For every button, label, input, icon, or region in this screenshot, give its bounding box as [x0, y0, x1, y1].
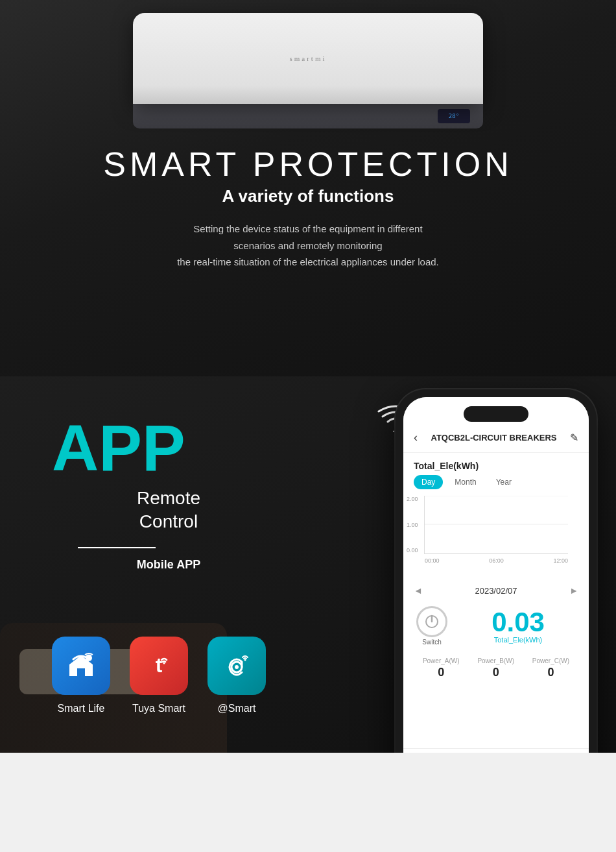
- energy-label: Total_Ele(kWh): [403, 453, 589, 475]
- remote-control-label: RemoteControl: [65, 487, 272, 534]
- ac-unit: smartmi 28°: [133, 13, 483, 127]
- left-wrapper: APP RemoteControl Mobile APP Sma: [0, 376, 272, 714]
- tab-year[interactable]: Year: [488, 475, 519, 489]
- y-label-2: 2.00: [407, 496, 418, 502]
- energy-unit-label: Total_Ele(kWh): [494, 636, 543, 644]
- power-c-value: 0: [547, 666, 554, 679]
- app-big-title: APP: [52, 415, 272, 480]
- dynamic-island: [464, 406, 528, 422]
- bottom-section: [0, 753, 616, 852]
- app-icons-row: Smart Life t Tuya Smart: [52, 637, 272, 714]
- chart-y-labels: 2.00 1.00 0.00: [407, 496, 418, 554]
- power-c-item: Power_C(W) 0: [532, 657, 569, 679]
- smart-life-label: Smart Life: [58, 703, 105, 714]
- chart-x-labels: 00:00 06:00 12:00: [425, 557, 568, 564]
- tab-day[interactable]: Day: [414, 475, 443, 489]
- edit-button[interactable]: ✎: [570, 432, 578, 444]
- power-b-label: Power_B(W): [477, 657, 514, 664]
- next-date-button[interactable]: ►: [569, 585, 578, 596]
- power-a-item: Power_A(W) 0: [423, 657, 460, 679]
- app-icon-item-tuya: t Tuya Smart: [130, 637, 188, 714]
- hero-text-block: SMART PROTECTION A variety of functions …: [71, 146, 545, 271]
- phone-content: Total_Ele(kWh) Day Month Year 2.00: [403, 453, 589, 748]
- app-icon-item-smart-life: Smart Life: [52, 637, 110, 714]
- x-label-12: 12:00: [553, 557, 568, 564]
- top-section: smartmi 28° SMART PROTECTION A variety o…: [0, 0, 616, 376]
- tuya-label: Tuya Smart: [132, 703, 185, 714]
- hero-title-sub: A variety of functions: [103, 186, 512, 206]
- power-a-value: 0: [438, 666, 444, 679]
- at-smart-icon[interactable]: [207, 637, 266, 695]
- phone-container: ‹ ATQCB2L-CIRCUIT BREAKERS ✎ Total_Ele(k…: [396, 389, 597, 753]
- switch-energy-row: Switch 0.03 Total_Ele(kWh): [403, 601, 589, 651]
- tab-month[interactable]: Month: [447, 475, 484, 489]
- phone-screen: ‹ ATQCB2L-CIRCUIT BREAKERS ✎ Total_Ele(k…: [403, 397, 589, 753]
- y-label-1: 1.00: [407, 522, 418, 528]
- svg-point-2: [163, 662, 165, 664]
- left-content: APP RemoteControl Mobile APP: [0, 376, 272, 598]
- power-c-label: Power_C(W): [532, 657, 569, 664]
- phone-app: ‹ ATQCB2L-CIRCUIT BREAKERS ✎ Total_Ele(k…: [403, 397, 589, 753]
- tab-row: Day Month Year: [403, 475, 589, 496]
- phone-bottom-nav: Home Time Setting: [403, 748, 589, 753]
- svg-point-4: [235, 665, 239, 669]
- x-label-06: 06:00: [489, 557, 504, 564]
- ac-bottom-bar: 28°: [133, 104, 483, 128]
- date-display: 2023/02/07: [475, 586, 517, 596]
- power-switch-button[interactable]: [416, 606, 447, 637]
- ac-body: smartmi: [133, 13, 483, 104]
- ac-display: 28°: [438, 109, 470, 123]
- phone-mockup: ‹ ATQCB2L-CIRCUIT BREAKERS ✎ Total_Ele(k…: [396, 389, 597, 753]
- prev-date-button[interactable]: ◄: [414, 585, 423, 596]
- power-row: Power_A(W) 0 Power_B(W) 0 Power_C(W) 0: [403, 651, 589, 685]
- svg-text:t: t: [156, 653, 163, 677]
- svg-point-5: [244, 659, 246, 661]
- date-row: ◄ 2023/02/07 ►: [403, 570, 589, 601]
- energy-big-value: 0.03: [492, 609, 545, 636]
- middle-section: APP RemoteControl Mobile APP Sma: [0, 376, 616, 753]
- hero-description: Setting the device status of the equipme…: [120, 221, 496, 271]
- phone-header: ‹ ATQCB2L-CIRCUIT BREAKERS ✎: [403, 397, 589, 453]
- x-label-00: 00:00: [425, 557, 440, 564]
- mobile-app-label: Mobile APP: [65, 558, 272, 572]
- smart-life-icon[interactable]: [52, 637, 110, 695]
- ac-brand-label: smartmi: [289, 55, 326, 62]
- back-button[interactable]: ‹: [414, 431, 418, 444]
- chart-area: 2.00 1.00 0.00: [424, 496, 568, 554]
- y-label-0: 0.00: [407, 547, 418, 554]
- device-name: ATQCB2L-CIRCUIT BREAKERS: [431, 433, 556, 443]
- power-b-value: 0: [493, 666, 499, 679]
- power-a-label: Power_A(W): [423, 657, 460, 664]
- energy-value-block: 0.03 Total_Ele(kWh): [460, 609, 576, 644]
- app-icon-item-at-smart: @Smart: [207, 637, 266, 714]
- hero-title-main: SMART PROTECTION: [103, 146, 512, 183]
- at-smart-label: @Smart: [218, 703, 256, 714]
- divider: [78, 547, 156, 548]
- tuya-icon[interactable]: t: [130, 637, 188, 695]
- power-b-item: Power_B(W) 0: [477, 657, 514, 679]
- switch-label: Switch: [422, 639, 441, 646]
